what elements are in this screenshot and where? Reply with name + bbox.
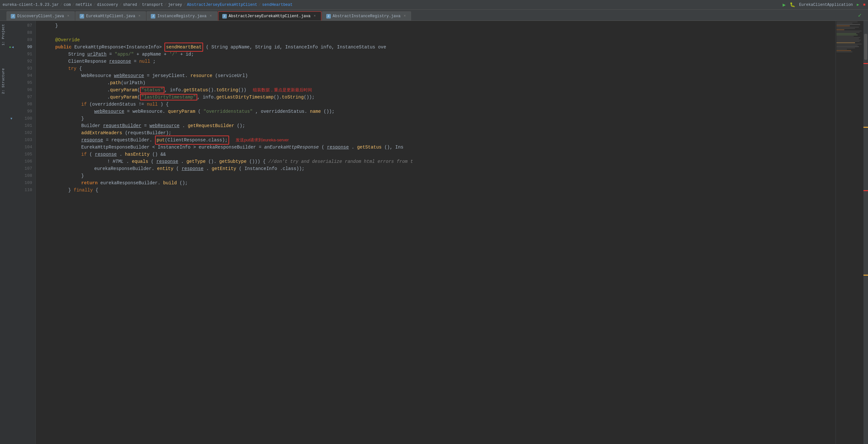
gutter-107 — [6, 165, 16, 172]
zh-comment-103: 发送put请求到eureka-server — [236, 137, 288, 144]
gutter-110 — [6, 186, 16, 194]
line-num-92: 92 — [16, 58, 32, 65]
tab-instance-registry[interactable]: J InstanceRegistry.java × — [147, 11, 217, 21]
java-file-icon: J — [222, 14, 227, 19]
line-num-89: 89 — [16, 36, 32, 43]
breadcrumb-jar: eureka-client-1.9.23.jar — [3, 3, 59, 7]
tab-discovery-client[interactable]: J DiscoveryClient.java × — [6, 11, 75, 21]
code-content[interactable]: } @Override public EurekaHttpResponse<In… — [36, 21, 836, 444]
code-line-90: public EurekaHttpResponse<InstanceInfo> … — [42, 43, 836, 51]
line-num-107: 107 — [16, 165, 32, 172]
run-button[interactable]: ▶ — [857, 2, 859, 7]
gutter-103 — [6, 137, 16, 144]
code-line-92: ClientResponse response = null ; — [42, 58, 836, 65]
line-num-104: 104 — [16, 144, 32, 151]
close-icon[interactable]: × — [137, 14, 142, 19]
gutter-90: ● ◀ — [6, 43, 16, 51]
line-num-94: 94 — [16, 72, 32, 79]
code-line-101: Builder requestBuilder = webResource . g… — [42, 122, 836, 129]
line-num-97: 97 — [16, 94, 32, 101]
tab-eureka-http-client[interactable]: J EurekaHttpClient.java × — [75, 11, 146, 21]
code-line-109: return eurekaResponseBuilder. build (); — [42, 179, 836, 186]
gutter-93 — [6, 65, 16, 72]
breadcrumb-bar: eureka-client-1.9.23.jar / com / netflix… — [0, 0, 868, 10]
line-num-96: 96 — [16, 86, 32, 94]
gutter-91 — [6, 51, 16, 58]
code-line-91: String urlPath = "apps/" + appName + '/'… — [42, 51, 836, 58]
line-num-110: 110 — [16, 186, 32, 194]
gutter-104 — [6, 144, 16, 151]
gutter-98 — [6, 101, 16, 108]
close-icon[interactable]: × — [66, 14, 70, 19]
gutter-105 — [6, 151, 16, 158]
app-label: EurekaClientApplication — [799, 3, 853, 7]
code-line-97: .queryParam("lastDirtyTimestamp", info.g… — [42, 94, 836, 101]
code-line-87: } — [42, 22, 836, 29]
code-line-93: try { — [42, 65, 836, 72]
line-num-105: 105 — [16, 151, 32, 158]
gutter-95 — [6, 79, 16, 86]
gutter-108 — [6, 172, 16, 179]
code-line-100: } — [42, 115, 836, 122]
minimap-preview — [836, 21, 863, 444]
tabs-bar: J DiscoveryClient.java × J EurekaHttpCli… — [0, 10, 868, 21]
java-file-icon: J — [80, 14, 84, 19]
line-num-108: 108 — [16, 172, 32, 179]
tab-label: DiscoveryClient.java — [17, 14, 64, 19]
gutter-88 — [6, 29, 16, 36]
code-line-99: webResource = webResource. queryParam ( … — [42, 108, 836, 115]
stop-button[interactable]: ■ — [863, 3, 865, 7]
gutter-101 — [6, 122, 16, 129]
line-num-88: 88 — [16, 29, 32, 36]
gutter-102 — [6, 129, 16, 137]
code-line-95: .path(urlPath) — [42, 79, 836, 86]
warning-marker — [863, 127, 868, 128]
line-num-100: 100 — [16, 115, 32, 122]
breadcrumb: eureka-client-1.9.23.jar / com / netflix… — [3, 3, 292, 7]
line-num-98: 98 — [16, 101, 32, 108]
line-num-109: 109 — [16, 179, 32, 186]
close-icon[interactable]: × — [209, 14, 213, 19]
gutter-94 — [6, 72, 16, 79]
tab-label: AbstractJerseyEurekaHttpClient.java — [229, 14, 311, 19]
run-icon[interactable]: ▶ — [782, 2, 786, 8]
error-marker — [863, 63, 868, 64]
line-num-102: 102 — [16, 129, 32, 137]
java-file-icon: J — [151, 14, 155, 19]
gutter-96 — [6, 86, 16, 94]
code-line-104: EurekaHttpResponseBuilder < InstanceInfo… — [42, 144, 836, 151]
zh-comment-96: 组装数据，重点是更新最后时间 — [253, 86, 312, 94]
line-num-99: 99 — [16, 108, 32, 115]
close-icon[interactable]: × — [402, 14, 407, 19]
tab-abstract-instance-registry[interactable]: J AbstractInstanceRegistry.java × — [322, 11, 411, 21]
project-label: 1: Project — [1, 24, 5, 46]
line-num-103: 103 — [16, 137, 32, 144]
gutter-89 — [6, 36, 16, 43]
scrollbar-thumb[interactable] — [864, 34, 867, 60]
tab-abstract-jersey[interactable]: J AbstractJerseyEurekaHttpClient.java × — [218, 11, 321, 21]
line-num-87: 87 — [16, 22, 32, 29]
gutter-92 — [6, 58, 16, 65]
tab-label: EurekaHttpClient.java — [86, 14, 135, 19]
close-icon[interactable]: × — [313, 14, 317, 19]
code-line-98: if (overriddenStatus != null ) { — [42, 101, 836, 108]
code-line-96: .queryParam("status", info.getStatus().t… — [42, 86, 836, 94]
warning-marker-2 — [863, 275, 868, 276]
main-editor-container: 1: Project 2: Structure ● ◀ ▼ — [0, 21, 868, 444]
gutter-87 — [6, 22, 16, 29]
gutter-breakpoints: ● ◀ ▼ — [6, 21, 16, 444]
java-file-icon: J — [326, 14, 331, 19]
gutter-97 — [6, 94, 16, 101]
code-line-103: response = requestBuilder. put(ClientRes… — [42, 137, 836, 144]
scrollbar[interactable] — [863, 21, 868, 444]
code-line-94: WebResource webResource = jerseyClient. … — [42, 72, 836, 79]
tab-label: InstanceRegistry.java — [157, 14, 206, 19]
debug-icon[interactable]: 🐛 — [790, 2, 795, 7]
minimap — [836, 21, 868, 444]
code-line-88 — [42, 29, 836, 36]
tab-label: AbstractInstanceRegistry.java — [333, 14, 401, 19]
error-marker-2 — [863, 190, 868, 191]
line-num-90: 90 — [16, 43, 32, 51]
code-line-110: } finally { — [42, 186, 836, 194]
gutter-106 — [6, 158, 16, 165]
